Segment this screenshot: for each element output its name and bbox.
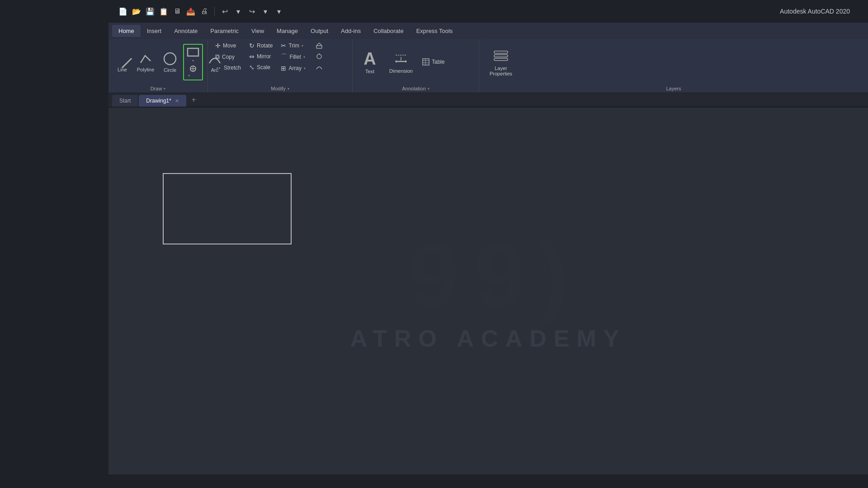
undo-button[interactable]: ↩ [219,6,230,17]
new-file-button[interactable]: 📄 [118,6,128,17]
move-label: Move [223,42,236,49]
workspace-dropdown[interactable]: ▾ [274,6,284,17]
tab-drawing1[interactable]: Drawing1* ✕ [139,95,186,107]
modify-group-content: ✛ Move ⧉ Copy ↔ Stretch ↻ Rotate [208,39,352,85]
line-button[interactable]: Line [112,50,132,74]
menu-view[interactable]: View [245,25,270,37]
copy-button[interactable]: ⧉ Copy [212,52,245,62]
menubar: Home Insert Annotate Parametric View Man… [108,23,868,39]
menu-home[interactable]: Home [112,25,141,37]
save-button[interactable]: 💾 [145,6,156,17]
svg-line-6 [316,43,319,46]
menu-express-tools[interactable]: Express Tools [410,25,459,37]
scale-icon: ⤡ [249,64,255,71]
polyline-label: Polyline [137,67,155,72]
modify-dropdown-icon[interactable]: ▾ [288,87,289,91]
titlebar-tools: 📄 📂 💾 📋 🖥 📤 🖨 ↩ ▾ ↪ ▾ ▾ [118,6,859,17]
ribbon: Line Polyline Circle [108,39,868,93]
tab-start[interactable]: Start [112,95,138,107]
modify-group: ✛ Move ⧉ Copy ↔ Stretch ↻ Rotate [208,39,353,93]
move-button[interactable]: ✛ Move [212,41,245,51]
statusbar [108,474,868,488]
dimension-icon [393,51,409,67]
fillet-dropdown: ▾ [303,55,305,59]
fillet-button[interactable]: ⌒ Fillet ▾ [277,52,309,62]
table-label: Table [432,59,445,65]
erase-button[interactable] [312,41,326,51]
array-button[interactable]: ⊞ Array ▾ [277,63,309,73]
annotation-group-content: A Text Dimension [353,39,479,85]
move-icon: ✛ [215,42,221,49]
draw-group-label: Draw ▾ [108,85,208,93]
modify-col-3: ✂ Trim ▾ ⌒ Fillet ▾ ⊞ Array ▾ [277,41,309,83]
modify-col-2: ↻ Rotate ⇔ Mirror ⤡ Scale [245,41,276,83]
tab-drawing1-label: Drawing1* [146,98,171,104]
trim-button[interactable]: ✂ Trim ▾ [277,41,309,51]
tab-start-label: Start [119,98,131,104]
menu-manage[interactable]: Manage [270,25,304,37]
svg-rect-11 [423,59,429,65]
rectangle-button[interactable]: ▾ ▾ [183,44,203,80]
fillet-label: Fillet [289,54,301,60]
menu-insert[interactable]: Insert [141,25,168,37]
rectangle-dropdown-arrow: ▾ [192,59,194,63]
draw-label-text: Draw [151,86,162,91]
titlebar-title: Autodesk AutoCAD 2020 [780,8,850,15]
print-preview-button[interactable]: 🖥 [172,6,183,17]
menu-addins[interactable]: Add-ins [335,25,367,37]
undo-dropdown[interactable]: ▾ [233,6,244,17]
svg-rect-1 [188,48,198,56]
watermark-num3: ) [538,225,569,325]
draw-dropdown-icon[interactable]: ▾ [164,87,165,91]
save-as-button[interactable]: 📋 [158,6,169,17]
scale-button[interactable]: ⤡ Scale [245,62,276,72]
rotate-button[interactable]: ↻ Rotate [245,41,276,51]
redo-dropdown[interactable]: ▾ [260,6,271,17]
menu-collaborate[interactable]: Collaborate [367,25,410,37]
table-button[interactable]: Table [419,57,448,67]
fillet-icon: ⌒ [281,53,287,61]
publish-button[interactable]: 📤 [185,6,196,17]
svg-point-0 [164,53,176,65]
dimension-button[interactable]: Dimension [385,49,417,75]
drawing-canvas[interactable]: 9 9 ) ATRO ACADEMY [108,108,868,474]
modify-col-4 [312,41,326,83]
stretch-button[interactable]: ↔ Stretch [212,63,245,73]
modify-col-1: ✛ Move ⧉ Copy ↔ Stretch [212,41,245,83]
menu-output[interactable]: Output [304,25,335,37]
array-dropdown: ▾ [304,66,306,70]
print-button[interactable]: 🖨 [199,6,210,17]
join-button[interactable] [312,62,326,72]
line-icon [113,49,132,68]
polyline-button[interactable]: Polyline [134,50,157,74]
annotation-group: A Text Dimension [353,39,479,93]
modify-group-label: Modify ▾ [208,85,352,93]
open-file-button[interactable]: 📂 [131,6,142,17]
layer-properties-button[interactable]: LayerProperties [483,46,519,78]
circle-icon [163,52,177,66]
redo-button[interactable]: ↪ [246,6,257,17]
text-icon: A [363,50,376,67]
annotation-dropdown-icon[interactable]: ▾ [428,87,429,91]
explode-button[interactable] [312,52,326,61]
scale-label: Scale [257,64,270,70]
watermark: 9 9 ) ATRO ACADEMY [350,230,627,352]
trim-label: Trim [288,42,299,49]
svg-line-7 [319,43,322,46]
rectangle-icon [187,47,199,57]
tab-add-button[interactable]: + [187,93,200,107]
text-button[interactable]: A Text [356,48,383,76]
stretch-icon: ↔ [215,64,222,71]
mirror-button[interactable]: ⇔ Mirror [245,52,276,61]
menu-parametric[interactable]: Parametric [204,25,245,37]
tab-close-button[interactable]: ✕ [175,98,179,104]
stretch-label: Stretch [224,65,241,71]
mirror-icon: ⇔ [249,53,255,60]
svg-rect-15 [494,51,508,53]
circle-label: Circle [164,67,176,73]
circle-button[interactable]: Circle [159,50,181,75]
menu-annotate[interactable]: Annotate [168,25,204,37]
draw-group-content: Line Polyline Circle [108,39,208,85]
svg-rect-16 [494,55,508,57]
layers-group: LayerProperties Layers [479,39,868,93]
